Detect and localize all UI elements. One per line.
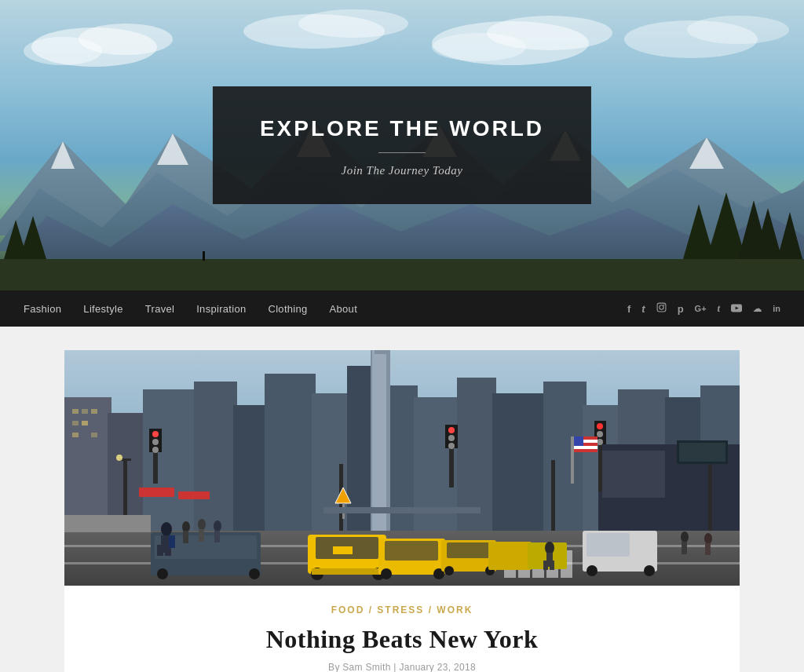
svg-point-3 (24, 37, 102, 65)
svg-rect-145 (682, 542, 687, 554)
svg-point-117 (644, 565, 655, 576)
main-nav: Fashion Lifestyle Travel Inspiration Clo… (0, 290, 804, 327)
svg-point-10 (687, 16, 789, 44)
svg-rect-122 (64, 515, 151, 532)
svg-rect-60 (178, 491, 210, 499)
svg-rect-115 (587, 533, 630, 557)
svg-rect-47 (543, 382, 587, 554)
google-plus-icon[interactable]: G+ (695, 304, 707, 313)
svg-point-116 (587, 565, 598, 576)
hero-title: EXPLORE THE WORLD (260, 116, 544, 141)
nav-item-travel[interactable]: Travel (145, 301, 174, 316)
svg-rect-150 (323, 507, 481, 513)
soundcloud-icon[interactable]: ☁ (753, 304, 762, 314)
nav-link-fashion[interactable]: Fashion (24, 303, 61, 315)
svg-rect-54 (91, 409, 97, 414)
svg-rect-123 (571, 436, 574, 484)
linkedin-icon[interactable]: in (773, 304, 780, 313)
svg-rect-112 (488, 542, 532, 570)
nav-item-fashion[interactable]: Fashion (24, 301, 61, 316)
svg-rect-128 (574, 436, 583, 446)
svg-rect-28 (203, 251, 205, 261)
nav-item-about[interactable]: About (330, 301, 357, 316)
svg-point-144 (681, 531, 689, 542)
svg-rect-40 (265, 374, 316, 554)
nav-social: f t p G+ t ☁ in (627, 302, 780, 315)
svg-rect-41 (312, 393, 351, 554)
svg-point-137 (214, 520, 221, 531)
nav-link-about[interactable]: About (330, 303, 357, 315)
pinterest-icon[interactable]: p (678, 303, 684, 315)
svg-rect-132 (550, 561, 554, 570)
svg-point-135 (198, 519, 206, 530)
featured-post: FOOD / STRESS / WORK Nothing Beats New Y… (64, 350, 740, 672)
svg-rect-58 (91, 433, 97, 437)
svg-rect-105 (385, 541, 438, 561)
svg-rect-102 (312, 568, 382, 575)
svg-rect-53 (82, 409, 88, 414)
svg-rect-63 (372, 350, 375, 554)
svg-point-82 (597, 431, 603, 437)
svg-rect-138 (214, 531, 220, 542)
svg-rect-56 (82, 421, 88, 425)
facebook-icon[interactable]: f (627, 303, 630, 315)
nyc-street-scene (64, 350, 740, 586)
nav-item-inspiration[interactable]: Inspiration (196, 301, 246, 316)
svg-point-89 (116, 455, 122, 461)
svg-point-81 (597, 423, 603, 429)
featured-image (64, 350, 740, 586)
svg-rect-109 (447, 542, 490, 558)
svg-rect-141 (157, 545, 163, 556)
svg-point-129 (545, 542, 554, 554)
svg-rect-57 (72, 433, 79, 437)
svg-point-133 (182, 521, 190, 532)
nav-link-inspiration[interactable]: Inspiration (196, 303, 246, 315)
svg-point-146 (704, 533, 712, 544)
svg-point-121 (249, 568, 260, 579)
hero-subtitle: Join The Journey Today (260, 164, 544, 177)
svg-rect-147 (705, 543, 711, 555)
svg-rect-55 (72, 421, 79, 425)
post-categories: FOOD / STRESS / WORK (88, 604, 716, 615)
nav-link-travel[interactable]: Travel (145, 303, 174, 315)
post-meta: By Sam Smith | January 23, 2018 (88, 662, 716, 672)
svg-rect-59 (139, 488, 174, 497)
svg-point-5 (298, 9, 408, 38)
svg-rect-127 (574, 446, 598, 449)
svg-rect-20 (0, 259, 804, 290)
svg-rect-45 (457, 378, 496, 554)
tumblr-icon[interactable]: t (718, 302, 721, 315)
svg-point-110 (444, 566, 454, 575)
svg-rect-143 (169, 535, 175, 548)
svg-rect-68 (679, 443, 725, 462)
svg-point-76 (448, 427, 455, 433)
svg-point-30 (659, 305, 663, 309)
svg-rect-29 (657, 303, 666, 312)
nav-links: Fashion Lifestyle Travel Inspiration Clo… (24, 301, 357, 316)
instagram-icon[interactable] (656, 302, 667, 315)
svg-rect-65 (602, 451, 665, 498)
twitter-icon[interactable]: t (641, 303, 645, 315)
main-content: FOOD / STRESS / WORK Nothing Beats New Y… (0, 327, 804, 672)
nav-link-clothing[interactable]: Clothing (268, 303, 307, 315)
nav-link-lifestyle[interactable]: Lifestyle (83, 303, 122, 315)
hero-divider (378, 152, 426, 153)
svg-rect-52 (72, 409, 79, 414)
svg-point-77 (448, 435, 455, 441)
svg-point-72 (152, 439, 159, 445)
youtube-icon[interactable] (731, 303, 742, 315)
svg-point-83 (597, 439, 603, 445)
post-title: Nothing Beats New York (88, 625, 716, 654)
svg-rect-46 (492, 393, 547, 554)
svg-point-8 (432, 33, 526, 61)
svg-point-71 (152, 431, 159, 437)
svg-point-139 (161, 522, 172, 536)
svg-point-73 (152, 447, 159, 453)
svg-point-31 (663, 305, 664, 306)
nav-item-lifestyle[interactable]: Lifestyle (83, 301, 122, 316)
svg-rect-134 (183, 531, 188, 543)
svg-rect-136 (199, 529, 204, 542)
nav-item-clothing[interactable]: Clothing (268, 301, 307, 316)
svg-point-106 (381, 568, 392, 579)
post-content: FOOD / STRESS / WORK Nothing Beats New Y… (64, 586, 740, 672)
